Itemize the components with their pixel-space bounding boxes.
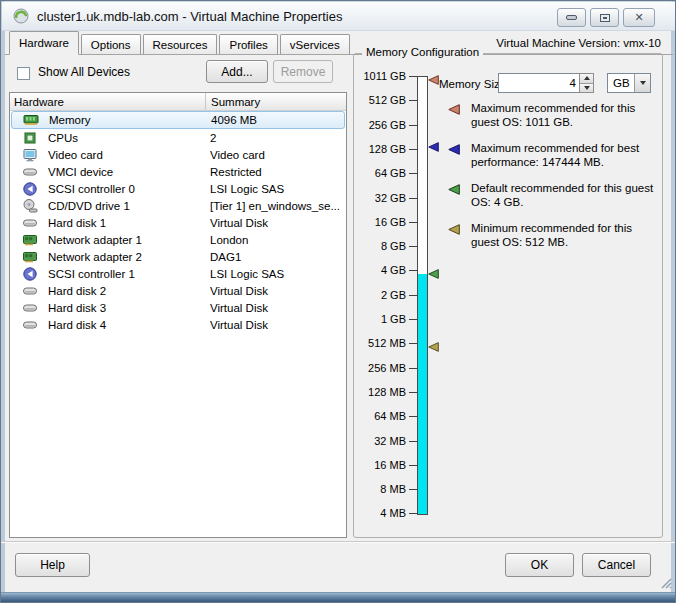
tab-profiles[interactable]: Profiles: [219, 34, 277, 54]
hardware-name: Hard disk 1: [48, 217, 210, 229]
hardware-summary: Virtual Disk: [210, 217, 346, 229]
scale-tick-mark: [409, 489, 417, 490]
default-os-marker-icon: [448, 184, 460, 198]
scale-tick-label: 16 GB: [356, 215, 406, 229]
summary-column-header[interactable]: Summary: [206, 96, 346, 108]
hardware-name: Hard disk 4: [48, 319, 210, 331]
window-controls: ✕: [557, 8, 655, 27]
hardware-summary: Virtual Disk: [210, 285, 346, 297]
hardware-row-scsi-controller-1[interactable]: SCSI controller 1LSI Logic SAS: [10, 265, 346, 282]
maximize-button[interactable]: [590, 8, 619, 27]
scale-tick-mark: [409, 513, 417, 514]
scale-tick-mark: [409, 222, 417, 223]
resize-grip[interactable]: [658, 575, 673, 590]
memory-size-control: [498, 73, 594, 93]
memory-size-input[interactable]: [498, 73, 579, 93]
tab-hardware[interactable]: Hardware: [9, 31, 79, 55]
scale-tick-label: 1011 GB: [356, 69, 406, 83]
group-title: Memory Configuration: [362, 46, 483, 58]
help-button[interactable]: Help: [15, 553, 90, 577]
hardware-row-hard-disk-4[interactable]: Hard disk 4Virtual Disk: [10, 316, 346, 333]
hardware-name: SCSI controller 0: [48, 183, 210, 195]
memory-slider-track[interactable]: [417, 76, 428, 515]
minimum-os-marker-scale[interactable]: [428, 338, 440, 348]
hardware-row-hard-disk-3[interactable]: Hard disk 3Virtual Disk: [10, 299, 346, 316]
dropdown-button[interactable]: [634, 74, 650, 92]
memory-unit-select[interactable]: GB: [607, 73, 651, 93]
default-os-marker-scale[interactable]: [428, 265, 440, 275]
recommendation-item: Minimum recommended for this guest OS: 5…: [442, 221, 662, 249]
hardware-row-hard-disk-1[interactable]: Hard disk 1Virtual Disk: [10, 214, 346, 231]
minimum-os-marker-icon: [448, 224, 460, 238]
remove-device-button: Remove: [273, 60, 333, 83]
cancel-button[interactable]: Cancel: [582, 553, 651, 577]
hardware-column-header[interactable]: Hardware: [10, 93, 206, 110]
window-border-left: [1, 1, 5, 592]
scale-tick-label: 4 MB: [356, 506, 406, 520]
add-device-button[interactable]: Add...: [206, 60, 268, 83]
scale-tick-mark: [409, 173, 417, 174]
hardware-summary: Restricted: [210, 166, 346, 178]
scale-tick-mark: [409, 319, 417, 320]
cd-dvd-drive-icon: [22, 198, 38, 214]
video-card-icon: [22, 147, 38, 163]
hardware-summary: [Tier 1] en_windows_se...: [210, 200, 346, 212]
hardware-row-hard-disk-2[interactable]: Hard disk 2Virtual Disk: [10, 282, 346, 299]
hardware-summary: 4096 MB: [211, 114, 344, 126]
tab-vservices[interactable]: vServices: [280, 34, 350, 54]
hardware-row-scsi-controller-0[interactable]: SCSI controller 0LSI Logic SAS: [10, 180, 346, 197]
spinner-up-button[interactable]: [580, 74, 593, 84]
minimize-button[interactable]: [557, 8, 586, 27]
scale-tick-label: 4 GB: [356, 263, 406, 277]
scale-tick-mark: [409, 465, 417, 466]
show-all-devices-checkbox[interactable]: [17, 67, 30, 80]
hardware-name: Network adapter 1: [48, 234, 210, 246]
spinner-down-button[interactable]: [580, 84, 593, 93]
tab-label: vServices: [290, 39, 340, 51]
tab-label: Resources: [153, 39, 208, 51]
hardware-row-video-card[interactable]: Video cardVideo card: [10, 146, 346, 163]
hardware-row-cpus[interactable]: CPUs2: [10, 129, 346, 146]
scale-tick-mark: [409, 125, 417, 126]
scale-tick-label: 64 MB: [356, 409, 406, 423]
hard-disk-icon: [22, 317, 38, 333]
close-button[interactable]: ✕: [623, 8, 655, 27]
vmci-device-icon: [22, 164, 38, 180]
hardware-row-cd-dvd-drive-1[interactable]: CD/DVD drive 1[Tier 1] en_windows_se...: [10, 197, 346, 214]
tab-resources[interactable]: Resources: [143, 34, 218, 54]
hard-disk-icon: [22, 300, 38, 316]
ok-button[interactable]: OK: [505, 553, 574, 577]
scale-tick-label: 128 GB: [356, 142, 406, 156]
show-all-devices-label: Show All Devices: [38, 65, 130, 79]
scale-tick-label: 512 GB: [356, 93, 406, 107]
hardware-row-network-adapter-2[interactable]: Network adapter 2DAG1: [10, 248, 346, 265]
scale-tick-mark: [409, 392, 417, 393]
hardware-summary: Virtual Disk: [210, 302, 346, 314]
tab-options[interactable]: Options: [81, 34, 141, 54]
scale-tick-label: 32 GB: [356, 191, 406, 205]
hardware-summary: Virtual Disk: [210, 319, 346, 331]
hardware-summary: LSI Logic SAS: [210, 183, 346, 195]
memory-slider-fill: [418, 274, 427, 514]
up-arrow-icon: [584, 76, 590, 80]
app-icon: [13, 8, 29, 24]
memory-scale: 1011 GB512 GB256 GB128 GB64 GB32 GB16 GB…: [356, 69, 446, 524]
recommendation-text: Maximum recommended for best performance…: [471, 142, 639, 168]
best-performance-marker-scale[interactable]: [428, 138, 440, 148]
hardware-list-body: Memory4096 MBCPUs2Video cardVideo cardVM…: [10, 111, 346, 537]
scale-tick-label: 256 GB: [356, 118, 406, 132]
scsi-controller-icon: [22, 266, 38, 282]
hardware-summary: London: [210, 234, 346, 246]
recommendation-text: Maximum recommended for this guest OS: 1…: [471, 102, 635, 128]
hardware-row-network-adapter-1[interactable]: Network adapter 1London: [10, 231, 346, 248]
window-border-bottom: [1, 592, 675, 603]
hardware-row-vmci-device[interactable]: VMCI deviceRestricted: [10, 163, 346, 180]
memory-icon: [23, 112, 39, 128]
scale-tick-label: 16 MB: [356, 458, 406, 472]
vm-properties-dialog: cluster1.uk.mdb-lab.com - Virtual Machin…: [0, 0, 676, 603]
hardware-name: Network adapter 2: [48, 251, 210, 263]
recommendation-text: Default recommended for this guest OS: 4…: [471, 182, 653, 208]
scale-tick-label: 64 GB: [356, 166, 406, 180]
hardware-row-memory[interactable]: Memory4096 MB: [11, 111, 345, 129]
hardware-summary: 2: [210, 132, 346, 144]
